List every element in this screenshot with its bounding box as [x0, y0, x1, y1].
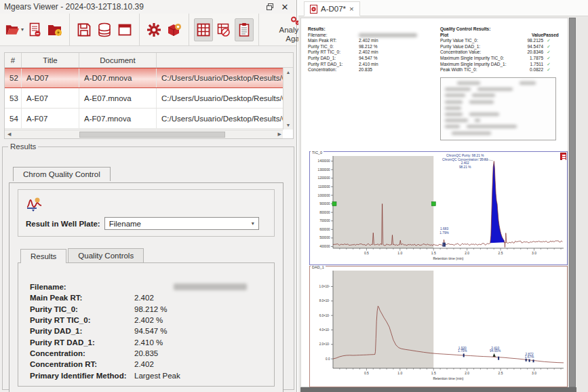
svg-text:600000: 600000: [319, 228, 330, 231]
document-page: Results:Filename:Main Peak RT:2.402 minP…: [300, 18, 568, 387]
scroll-left-icon[interactable]: ◀: [5, 132, 14, 137]
svg-text:2.0×10⁷: 2.0×10⁷: [319, 342, 330, 346]
svg-text:0.5: 0.5: [364, 371, 369, 375]
results-table-vertical-scrollbar[interactable]: ▲ ▼: [283, 68, 293, 130]
window-frame-button[interactable]: [115, 18, 134, 41]
svg-text:800000: 800000: [319, 211, 330, 214]
save-button[interactable]: [75, 18, 94, 41]
blurred-row: [445, 100, 551, 104]
table-row[interactable]: 54A-F07A-F07.mnovaC:/Users/Usuario/Deskt…: [5, 109, 293, 129]
folder-flash-button[interactable]: [45, 18, 64, 41]
svg-text:1.0: 1.0: [397, 251, 402, 255]
table-cell[interactable]: A-E07: [22, 88, 79, 108]
results-group-label: Results: [8, 142, 38, 151]
well-plate-row: Result in Well Plate: Filename ▾: [26, 217, 267, 230]
column-header[interactable]: Title: [22, 53, 79, 67]
results-table-horizontal-scrollbar[interactable]: ◀ ▶: [5, 130, 283, 138]
scroll-right-icon[interactable]: ▶: [278, 130, 281, 139]
table-row[interactable]: 52A-D07A-D07.mnovaC:/Users/Usuario/Deskt…: [5, 68, 293, 88]
svg-text:2.402: 2.402: [461, 161, 469, 165]
table-cell[interactable]: 54: [5, 109, 22, 128]
table-cell[interactable]: A-D07.mnova: [79, 68, 157, 87]
field-value: 94.547 %: [134, 327, 168, 335]
database-button[interactable]: [95, 18, 114, 41]
document-tab-a-d07[interactable]: A-D07* ×: [304, 1, 360, 16]
blurred-parameters-table: [440, 77, 556, 140]
results-subtab-content: Filename:Main Peak RT:2.402Purity TIC_0:…: [18, 262, 275, 387]
scroll-up-icon[interactable]: ▲: [286, 68, 291, 77]
chart-dad1[interactable]: DAD_1 0.02.0×10⁷4.0×10⁷6.0×10⁷8.0×10⁷1.0…: [309, 266, 568, 387]
report-document-button[interactable]: [25, 18, 44, 41]
document-tab-title: A-D07*: [321, 5, 346, 13]
field-label: Filename:: [30, 283, 134, 291]
doc-qc-heading: Quality Control Results:: [440, 26, 557, 33]
qc-row-value: 20.8346: [523, 50, 543, 56]
table-cell[interactable]: 52: [5, 68, 22, 87]
field-label: Purity TIC_0:: [30, 305, 134, 313]
table-cell[interactable]: 53: [5, 88, 22, 108]
svg-text:94.55%: 94.55%: [490, 349, 501, 353]
table-cell[interactable]: C:/Users/Usuario/Desktop/Results/Ch: [157, 109, 283, 128]
column-header[interactable]: Document: [79, 53, 157, 67]
doc-qc-row: Concentration Value:20.8346✓: [440, 50, 557, 56]
well-plate-dropdown[interactable]: Filename ▾: [104, 217, 259, 230]
field-value: 98.212 %: [134, 305, 168, 313]
svg-text:1300000: 1300000: [318, 168, 330, 172]
close-icon: ✕: [281, 2, 289, 12]
doc-result-row: Purity RT DAD_1:2.410 min: [308, 62, 437, 68]
table-cell[interactable]: A-E07.mnova: [79, 88, 157, 108]
chart-tic0[interactable]: TIC_0 4000005000006000007000008000009000…: [309, 151, 568, 265]
open-folder-button[interactable]: ▾: [5, 18, 24, 41]
table-cell[interactable]: A-F07.mnova: [79, 109, 157, 128]
svg-text:1.75%: 1.75%: [458, 349, 467, 353]
column-header[interactable]: [157, 53, 283, 67]
svg-text:2.5: 2.5: [498, 251, 503, 255]
horizontal-scroll-thumb[interactable]: [79, 132, 225, 138]
table-cell[interactable]: C:/Users/Usuario/Desktop/Results/Ch: [157, 68, 283, 87]
svg-text:1000000: 1000000: [318, 194, 330, 197]
svg-text:1.79%: 1.79%: [439, 231, 449, 235]
document-vertical-scrollbar[interactable]: [569, 18, 576, 387]
restore-window-button[interactable]: [262, 1, 277, 13]
subtab-quality-controls[interactable]: Quality Controls: [68, 248, 144, 262]
svg-text:Retention time (min): Retention time (min): [433, 256, 463, 260]
field-value: 2.402: [134, 360, 154, 368]
column-header[interactable]: #: [5, 53, 22, 67]
blurred-row: [445, 119, 551, 122]
table-grid-button[interactable]: [194, 18, 213, 41]
qc-passed-check-icon: ✓: [543, 50, 554, 56]
svg-text:Retention time (min): Retention time (min): [433, 376, 463, 380]
clipboard-button[interactable]: [235, 18, 254, 41]
blurred-row: [445, 125, 551, 128]
scroll-down-icon[interactable]: ▼: [286, 121, 291, 130]
results-table-body: 52A-D07A-D07.mnovaC:/Users/Usuario/Deskt…: [5, 68, 293, 129]
qc-passed-check-icon: ✓: [543, 67, 554, 73]
result-field-row: Concentration:20.835: [30, 348, 269, 359]
document-horizontal-scrollbar[interactable]: [300, 387, 576, 392]
subtab-results[interactable]: Results: [20, 249, 66, 263]
chart-tic0-corner-icon[interactable]: [560, 153, 566, 160]
tab-chrom-quality-control[interactable]: Chrom Quality Control: [13, 167, 111, 181]
table-forbidden-button[interactable]: [214, 18, 233, 41]
package-gear-button[interactable]: [165, 18, 184, 41]
document-tab-close-icon[interactable]: ×: [349, 5, 354, 13]
doc-result-row: Filename:: [308, 33, 437, 39]
blurred-row: [445, 87, 551, 91]
svg-text:900000: 900000: [319, 202, 330, 205]
gear-button[interactable]: [144, 18, 163, 41]
close-window-button[interactable]: ✕: [277, 1, 292, 13]
qc-row-value: 94.5474: [523, 44, 543, 50]
qc-passed-check-icon: ✓: [543, 56, 554, 62]
svg-text:1.5: 1.5: [431, 371, 436, 375]
qc-row-label: Concentration Value:: [440, 50, 523, 56]
table-cell[interactable]: A-F07: [22, 109, 79, 128]
svg-text:400000: 400000: [319, 245, 330, 248]
doc-qc-row: Purity Value DAD_1:94.5474✓: [440, 44, 557, 50]
chart-tic0-label: TIC_0: [311, 151, 324, 155]
doc-results-block: Results:Filename:Main Peak RT:2.402 minP…: [308, 26, 437, 73]
doc-qc-header-row: PlotValuePassed: [440, 33, 557, 39]
table-row[interactable]: 53A-E07A-E07.mnovaC:/Users/Usuario/Deskt…: [5, 88, 293, 109]
field-value: 2.402: [134, 294, 154, 302]
table-cell[interactable]: C:/Users/Usuario/Desktop/Results/Ch: [157, 88, 283, 108]
table-cell[interactable]: A-D07: [22, 68, 79, 87]
